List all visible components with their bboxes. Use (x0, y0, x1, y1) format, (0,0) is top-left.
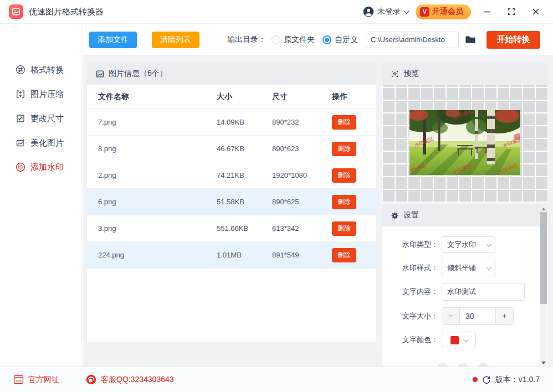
font-size-stepper: − 30 + (442, 307, 514, 325)
file-size-cell: 46.67KB (217, 145, 272, 153)
file-name-cell: 2.png (87, 171, 217, 179)
scrollbar-thumb[interactable] (540, 212, 547, 304)
output-dir-label: 输出目录： (227, 35, 266, 45)
file-size-cell: 74.21KB (217, 171, 272, 179)
increase-size-button[interactable]: + (495, 308, 513, 324)
image-icon (96, 70, 104, 78)
watermark-style-select[interactable]: 倾斜平铺 (442, 260, 495, 276)
table-row[interactable]: 224.png 1.01MB 891*549 删除 (87, 242, 376, 269)
preview-title: 预览 (403, 69, 419, 79)
version-label: 版本：v1.0.7 (495, 375, 540, 385)
delete-button[interactable]: 删除 (332, 168, 356, 183)
start-convert-button[interactable]: 开始转换 (487, 31, 540, 49)
svg-text:.com: .com (16, 379, 22, 383)
file-name-cell: 224.png (87, 251, 217, 259)
convert-icon (16, 65, 25, 75)
output-path-input[interactable] (366, 32, 459, 48)
col-header-dimensions: 尺寸 (272, 92, 332, 102)
status-dot-icon (473, 377, 478, 382)
col-header-action: 操作 (332, 92, 376, 102)
service-qq-link[interactable]: 客服QQ:3234303643 (86, 374, 174, 385)
footer: .com 官方网址 客服QQ:3234303643 版本：v1.0.7 (0, 367, 553, 392)
text-color-label: 文字颜色： (391, 335, 438, 345)
sidebar-item-label: 添加水印 (30, 162, 64, 173)
watermark-type-select[interactable]: 文字水印 (442, 236, 495, 253)
file-size-cell: 551.66KB (217, 224, 272, 233)
delete-button[interactable]: 删除 (332, 142, 356, 156)
settings-body: 水印类型： 文字水印 水印样式： 倾斜平铺 文字内容： (382, 226, 548, 367)
add-files-button[interactable]: 添加文件 (89, 32, 137, 48)
file-size-cell: 51.58KB (217, 198, 272, 206)
radio-custom-folder[interactable]: 自定义 (322, 35, 358, 45)
sidebar-item-watermark[interactable]: 印 添加水印 (0, 155, 81, 179)
scroll-up-icon[interactable] (540, 205, 547, 212)
login-menu[interactable]: 未登录 (363, 6, 408, 17)
browse-folder-icon[interactable] (464, 34, 477, 45)
font-size-value[interactable]: 30 (460, 308, 495, 324)
table-header-row: 文件名称 大小 尺寸 操作 (87, 85, 376, 109)
table-row[interactable]: 6.png 51.58KB 890*625 删除 (87, 189, 376, 215)
file-action-cell: 删除 (332, 221, 376, 236)
file-action-cell: 删除 (332, 115, 376, 130)
sidebar-item-image-compress[interactable]: 图片压缩 (0, 82, 81, 106)
toolbar: 添加文件 清除列表 输出目录： 原文件夹 自定义 开始转换 (83, 24, 553, 55)
app-title: 优速图片格式转换器 (29, 7, 104, 17)
transparency-grid: 水印测试水印测试水印测试水印测试水印测试水印测试水印测试水印测试 (382, 85, 548, 203)
sidebar-item-format-convert[interactable]: 格式转换 (0, 58, 81, 82)
settings-scrollbar[interactable] (540, 205, 547, 366)
file-name-cell: 6.png (87, 198, 217, 206)
gear-icon (391, 212, 399, 220)
file-dimensions-cell: 890*623 (272, 145, 332, 153)
chevron-down-icon (463, 337, 469, 342)
file-table-card: 图片信息（6个） 文件名称 大小 尺寸 操作 7.png 14.09KB 890… (87, 63, 376, 342)
file-action-cell: 删除 (332, 142, 376, 156)
maximize-button[interactable] (503, 3, 520, 20)
main-area: 添加文件 清除列表 输出目录： 原文件夹 自定义 开始转换 (83, 24, 553, 367)
preview-header: 预览 (382, 63, 548, 85)
preview-eye-icon (391, 70, 399, 78)
radio-original-folder[interactable]: 原文件夹 (272, 35, 315, 45)
file-dimensions-cell: 613*342 (272, 224, 332, 233)
file-action-cell: 删除 (332, 168, 376, 183)
file-size-cell: 14.09KB (217, 118, 272, 126)
open-vip-button[interactable]: V 开通会员 (416, 4, 471, 19)
watermark-icon: 印 (16, 162, 25, 172)
table-row[interactable]: 2.png 74.21KB 1920*1080 删除 (87, 162, 376, 189)
file-action-cell: 删除 (332, 195, 376, 209)
vip-badge-icon: V (420, 7, 429, 17)
col-header-filename: 文件名称 (87, 92, 217, 102)
delete-button[interactable]: 删除 (332, 248, 356, 262)
sidebar-item-beautify[interactable]: 美化图片 (0, 131, 81, 155)
file-name-cell: 7.png (87, 118, 217, 126)
file-action-cell: 删除 (332, 248, 376, 262)
chevron-down-icon (486, 241, 491, 247)
text-content-label: 文字内容： (391, 287, 438, 297)
file-dimensions-cell: 891*549 (272, 251, 332, 259)
col-header-size: 大小 (217, 92, 272, 102)
table-row[interactable]: 7.png 14.09KB 890*232 删除 (87, 109, 376, 136)
file-dimensions-cell: 1920*1080 (272, 171, 332, 179)
table-body: 7.png 14.09KB 890*232 删除 8.png 46.67KB 8… (87, 109, 376, 269)
beautify-icon (16, 138, 25, 148)
watermark-style-label: 水印样式： (391, 263, 438, 273)
service-headset-icon (86, 374, 96, 385)
delete-button[interactable]: 删除 (332, 195, 356, 209)
app-logo-image-icon (9, 4, 23, 19)
resize-icon (16, 114, 25, 123)
color-picker-select[interactable] (442, 332, 476, 348)
official-website-link[interactable]: .com 官方网址 (13, 375, 59, 385)
table-row[interactable]: 3.png 551.66KB 613*342 删除 (87, 215, 376, 242)
decrease-size-button[interactable]: − (442, 308, 460, 324)
delete-button[interactable]: 删除 (332, 115, 356, 130)
svg-text:印: 印 (18, 164, 23, 170)
scroll-down-icon[interactable] (540, 359, 547, 366)
delete-button[interactable]: 删除 (332, 221, 356, 236)
close-button[interactable] (528, 3, 544, 20)
sidebar-item-resize[interactable]: 更改尺寸 (0, 106, 81, 131)
refresh-icon[interactable] (482, 375, 491, 384)
sidebar-item-label: 美化图片 (30, 138, 64, 148)
minimize-button[interactable] (479, 3, 495, 20)
table-row[interactable]: 8.png 46.67KB 890*623 删除 (87, 136, 376, 162)
clear-list-button[interactable]: 清除列表 (152, 32, 199, 48)
watermark-text-input[interactable] (442, 283, 525, 301)
